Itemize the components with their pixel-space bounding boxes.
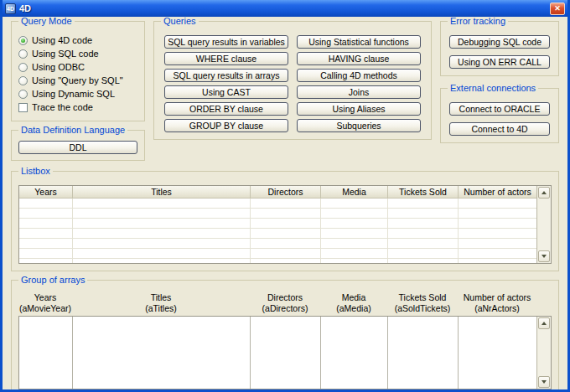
radio-icon (18, 36, 28, 45)
having-clause-button[interactable]: HAVING clause (297, 52, 421, 65)
listbox-scroll-up-button[interactable] (538, 187, 550, 199)
trace-the-code-checkbox[interactable]: Trace the code (18, 101, 137, 114)
listbox-cell (251, 229, 321, 238)
group-by-clause-button[interactable]: GROUP BY clause (164, 119, 288, 132)
listbox-header-row: Years Titles Directors Media Tickets Sol… (19, 186, 536, 199)
listbox-cell (388, 199, 459, 208)
arrays-column-years[interactable] (19, 317, 73, 389)
listbox-column-header-tickets-sold[interactable]: Tickets Sold (388, 186, 459, 198)
listbox-cell (19, 209, 73, 218)
scroll-down-icon (542, 380, 547, 384)
using-cast-button[interactable]: Using CAST (164, 85, 288, 99)
arrays-column-directors[interactable] (251, 317, 321, 389)
queries-title: Queries (161, 17, 199, 26)
listbox-cell (388, 209, 459, 218)
queries-right-column: Using Statistical functions HAVING claus… (297, 35, 421, 132)
radio-using-sql-code[interactable]: Using SQL code (18, 47, 137, 60)
close-button[interactable]: ✕ (550, 3, 565, 15)
connect-to-4d-button[interactable]: Connect to 4D (449, 122, 550, 136)
radio-using-odbc[interactable]: Using ODBC (18, 60, 137, 74)
listbox-cell (321, 199, 388, 208)
arrays-header-years: Years (aMovieYear) (18, 292, 72, 313)
using-on-err-call-button[interactable]: Using ON ERR CALL (449, 55, 550, 69)
using-statistical-functions-button[interactable]: Using Statistical functions (297, 35, 421, 49)
where-clause-button[interactable]: WHERE clause (164, 52, 288, 65)
arrays-scroll-up-button[interactable] (538, 317, 550, 329)
scroll-up-icon (542, 191, 547, 194)
error-tracking-title: Error tracking (448, 17, 508, 26)
arrays-header-media: Media (aMedia) (320, 292, 387, 313)
scroll-up-icon (542, 322, 547, 325)
sql-query-results-in-arrays-button[interactable]: SQL query results in arrays (164, 69, 288, 82)
listbox-cell (73, 219, 251, 228)
ddl-button[interactable]: DDL (18, 141, 137, 154)
listbox-cell (321, 229, 388, 238)
title-bar[interactable]: 4D 4D ✕ (3, 0, 567, 17)
radio-using-4d-code[interactable]: Using 4D code (18, 34, 137, 47)
arrays-header-label: Tickets Sold (399, 292, 447, 303)
listbox-row[interactable] (19, 239, 536, 249)
radio-using-query-by-sql[interactable]: Using "Query by SQL" (18, 74, 137, 87)
arrays-column-tickets-sold[interactable] (388, 317, 459, 389)
listbox-cell (73, 209, 251, 218)
listbox-column-header-titles[interactable]: Titles (73, 186, 251, 198)
listbox-cell (251, 219, 321, 228)
listbox-scrollbar[interactable] (536, 186, 551, 263)
listbox-cell (19, 199, 73, 208)
order-by-clause-button[interactable]: ORDER BY clause (164, 102, 288, 116)
arrays-header-label: Titles (151, 292, 172, 303)
external-connections-title: External connections (448, 83, 538, 93)
connect-to-oracle-button[interactable]: Connect to ORACLE (449, 102, 550, 116)
arrays-scroll-down-button[interactable] (538, 376, 550, 388)
radio-using-dynamic-sql[interactable]: Using Dynamic SQL (18, 87, 137, 101)
debugging-sql-code-button[interactable]: Debugging SQL code (449, 35, 550, 49)
arrays-header-array-name: (aSoldTickets) (395, 303, 451, 314)
listbox-cell (19, 229, 73, 238)
arrays-header-titles: Titles (aTitles) (72, 292, 250, 313)
listbox-cell (459, 259, 536, 263)
arrays-column-number-of-actors[interactable] (459, 317, 536, 389)
arrays-column-media[interactable] (321, 317, 388, 389)
listbox-row[interactable] (19, 209, 536, 219)
listbox-row[interactable] (19, 199, 536, 209)
left-column: Query Mode Using 4D code Using SQL code (11, 21, 145, 161)
listbox-cell (321, 209, 388, 218)
listbox-groupbox: Listbox Years Titles Directors Media Tic… (11, 171, 559, 271)
listbox-column-header-directors[interactable]: Directors (251, 186, 321, 198)
right-column: Error tracking Debugging SQL code Using … (440, 21, 559, 143)
query-mode-options: Using 4D code Using SQL code Using ODBC (18, 34, 137, 114)
query-mode-groupbox: Query Mode Using 4D code Using SQL code (11, 21, 145, 121)
arrays-data-area (18, 316, 552, 389)
listbox-row[interactable] (19, 249, 536, 259)
listbox-column-header-number-of-actors[interactable]: Number of actors (459, 186, 536, 198)
error-tracking-groupbox: Error tracking Debugging SQL code Using … (440, 21, 559, 76)
app-window: 4D 4D ✕ Query Mode Using 4D code (0, 0, 570, 392)
listbox-row[interactable] (19, 219, 536, 229)
arrays-column-titles[interactable] (73, 317, 251, 389)
using-aliases-button[interactable]: Using Aliases (297, 102, 421, 116)
calling-4d-methods-button[interactable]: Calling 4D methods (297, 69, 421, 82)
listbox-cell (388, 249, 459, 258)
joins-button[interactable]: Joins (297, 85, 421, 99)
arrays-scrollbar[interactable] (536, 317, 551, 389)
listbox-row[interactable] (19, 229, 536, 239)
listbox-cell (459, 199, 536, 208)
arrays-header-array-name: (aNrActors) (474, 303, 520, 314)
listbox-scroll-down-button[interactable] (538, 250, 550, 262)
form-content: Query Mode Using 4D code Using SQL code (3, 17, 567, 389)
arrays-header-array-name: (aMedia) (336, 303, 370, 314)
queries-groupbox: Queries SQL query results in variables W… (153, 21, 432, 140)
scroll-down-icon (542, 255, 547, 258)
listbox-cell (321, 259, 388, 263)
listbox-cell (251, 199, 321, 208)
listbox-column-header-years[interactable]: Years (19, 186, 73, 198)
listbox-column-header-media[interactable]: Media (321, 186, 388, 198)
listbox-cell (19, 239, 73, 248)
movies-listbox: Years Titles Directors Media Tickets Sol… (18, 185, 552, 264)
arrays-header-label: Number of actors (464, 292, 531, 303)
listbox-cell (73, 239, 251, 248)
sql-query-results-in-variables-button[interactable]: SQL query results in variables (164, 35, 288, 49)
radio-label: Using SQL code (32, 49, 99, 59)
subqueries-button[interactable]: Subqueries (297, 119, 421, 132)
listbox-cell (321, 239, 388, 248)
